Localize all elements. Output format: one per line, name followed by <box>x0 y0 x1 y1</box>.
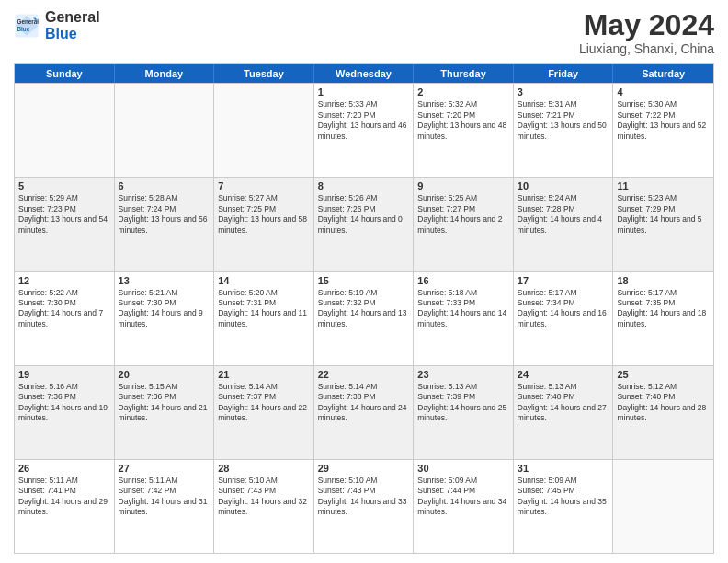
cell-info: Sunrise: 5:29 AMSunset: 7:23 PMDaylight:… <box>18 193 110 236</box>
cal-cell: 21Sunrise: 5:14 AMSunset: 7:37 PMDayligh… <box>214 366 314 459</box>
cell-info: Sunrise: 5:11 AMSunset: 7:41 PMDaylight:… <box>18 476 110 518</box>
title-block: May 2024 Liuxiang, Shanxi, China <box>579 9 714 56</box>
cell-info: Sunrise: 5:14 AMSunset: 7:37 PMDaylight:… <box>218 382 310 424</box>
day-number: 20 <box>119 369 210 380</box>
day-number: 10 <box>518 180 609 191</box>
cal-cell: 15Sunrise: 5:19 AMSunset: 7:32 PMDayligh… <box>314 272 415 365</box>
day-number: 23 <box>417 369 509 380</box>
calendar-body: 1Sunrise: 5:33 AMSunset: 7:20 PMDaylight… <box>15 83 713 553</box>
day-number: 31 <box>518 463 609 474</box>
day-number: 13 <box>119 275 210 286</box>
cell-info: Sunrise: 5:22 AMSunset: 7:30 PMDaylight:… <box>18 288 110 330</box>
day-number: 5 <box>18 180 110 191</box>
day-number: 17 <box>518 275 609 286</box>
cal-cell <box>115 84 215 177</box>
cell-info: Sunrise: 5:32 AMSunset: 7:20 PMDaylight:… <box>417 99 509 142</box>
day-number: 8 <box>318 180 410 191</box>
day-number: 25 <box>617 369 710 380</box>
cal-cell: 19Sunrise: 5:16 AMSunset: 7:36 PMDayligh… <box>15 366 115 459</box>
day-number: 1 <box>318 86 410 98</box>
cal-header-cell: Sunday <box>15 64 115 83</box>
day-number: 2 <box>417 86 509 98</box>
cell-info: Sunrise: 5:13 AMSunset: 7:39 PMDaylight:… <box>417 382 509 424</box>
cal-row: 12Sunrise: 5:22 AMSunset: 7:30 PMDayligh… <box>15 271 713 365</box>
cal-cell: 9Sunrise: 5:25 AMSunset: 7:27 PMDaylight… <box>414 178 514 270</box>
cal-cell: 6Sunrise: 5:28 AMSunset: 7:24 PMDaylight… <box>115 178 215 270</box>
day-number: 18 <box>617 275 710 286</box>
cal-cell: 8Sunrise: 5:26 AMSunset: 7:26 PMDaylight… <box>314 178 415 270</box>
calendar: SundayMondayTuesdayWednesdayThursdayFrid… <box>14 63 714 554</box>
cal-cell: 20Sunrise: 5:15 AMSunset: 7:36 PMDayligh… <box>115 366 215 459</box>
cal-cell: 26Sunrise: 5:11 AMSunset: 7:41 PMDayligh… <box>15 460 115 553</box>
day-number: 19 <box>18 369 110 380</box>
cell-info: Sunrise: 5:26 AMSunset: 7:26 PMDaylight:… <box>318 193 410 236</box>
cal-cell: 28Sunrise: 5:10 AMSunset: 7:43 PMDayligh… <box>214 460 314 553</box>
logo-text: General Blue <box>45 9 100 41</box>
day-number: 24 <box>518 369 609 380</box>
location-subtitle: Liuxiang, Shanxi, China <box>579 41 714 56</box>
cell-info: Sunrise: 5:11 AMSunset: 7:42 PMDaylight:… <box>119 476 210 518</box>
day-number: 27 <box>119 463 210 474</box>
day-number: 12 <box>18 275 110 286</box>
cell-info: Sunrise: 5:13 AMSunset: 7:40 PMDaylight:… <box>518 382 609 424</box>
cal-header-cell: Tuesday <box>214 64 314 83</box>
cal-cell: 29Sunrise: 5:10 AMSunset: 7:43 PMDayligh… <box>314 460 415 553</box>
day-number: 22 <box>318 369 410 380</box>
cal-cell <box>214 84 314 177</box>
day-number: 11 <box>617 180 710 191</box>
cal-cell: 2Sunrise: 5:32 AMSunset: 7:20 PMDaylight… <box>414 84 514 177</box>
cal-header-cell: Thursday <box>414 64 514 83</box>
cal-header-cell: Monday <box>115 64 215 83</box>
day-number: 9 <box>417 180 509 191</box>
cell-info: Sunrise: 5:33 AMSunset: 7:20 PMDaylight:… <box>318 99 410 142</box>
day-number: 15 <box>318 275 410 286</box>
cal-cell: 22Sunrise: 5:14 AMSunset: 7:38 PMDayligh… <box>314 366 415 459</box>
cell-info: Sunrise: 5:19 AMSunset: 7:32 PMDaylight:… <box>318 288 410 330</box>
cal-cell: 16Sunrise: 5:18 AMSunset: 7:33 PMDayligh… <box>414 272 514 365</box>
cell-info: Sunrise: 5:28 AMSunset: 7:24 PMDaylight:… <box>119 193 210 236</box>
logo-general: General <box>45 9 100 26</box>
cell-info: Sunrise: 5:31 AMSunset: 7:21 PMDaylight:… <box>518 99 609 142</box>
cal-cell: 7Sunrise: 5:27 AMSunset: 7:25 PMDaylight… <box>214 178 314 270</box>
cal-cell: 25Sunrise: 5:12 AMSunset: 7:40 PMDayligh… <box>613 366 713 459</box>
logo-blue: Blue <box>45 26 100 42</box>
day-number: 7 <box>218 180 310 191</box>
cal-cell: 30Sunrise: 5:09 AMSunset: 7:44 PMDayligh… <box>414 460 514 553</box>
day-number: 16 <box>417 275 509 286</box>
day-number: 14 <box>218 275 310 286</box>
cell-info: Sunrise: 5:09 AMSunset: 7:44 PMDaylight:… <box>417 476 509 518</box>
cell-info: Sunrise: 5:25 AMSunset: 7:27 PMDaylight:… <box>417 193 509 236</box>
cal-cell <box>613 460 713 553</box>
cal-header-cell: Saturday <box>613 64 713 83</box>
cell-info: Sunrise: 5:15 AMSunset: 7:36 PMDaylight:… <box>119 382 210 424</box>
header: General Blue General Blue May 2024 Liuxi… <box>14 9 714 56</box>
cal-cell: 13Sunrise: 5:21 AMSunset: 7:30 PMDayligh… <box>115 272 215 365</box>
cell-info: Sunrise: 5:21 AMSunset: 7:30 PMDaylight:… <box>119 288 210 330</box>
cal-cell: 17Sunrise: 5:17 AMSunset: 7:34 PMDayligh… <box>514 272 614 365</box>
cal-cell: 12Sunrise: 5:22 AMSunset: 7:30 PMDayligh… <box>15 272 115 365</box>
cell-info: Sunrise: 5:18 AMSunset: 7:33 PMDaylight:… <box>417 288 509 330</box>
cell-info: Sunrise: 5:17 AMSunset: 7:35 PMDaylight:… <box>617 288 710 330</box>
cal-cell: 5Sunrise: 5:29 AMSunset: 7:23 PMDaylight… <box>15 178 115 270</box>
cal-cell <box>15 84 115 177</box>
cal-cell: 23Sunrise: 5:13 AMSunset: 7:39 PMDayligh… <box>414 366 514 459</box>
cal-header-cell: Friday <box>514 64 614 83</box>
day-number: 6 <box>119 180 210 191</box>
cal-cell: 14Sunrise: 5:20 AMSunset: 7:31 PMDayligh… <box>214 272 314 365</box>
cal-cell: 24Sunrise: 5:13 AMSunset: 7:40 PMDayligh… <box>514 366 614 459</box>
day-number: 29 <box>318 463 410 474</box>
cal-cell: 4Sunrise: 5:30 AMSunset: 7:22 PMDaylight… <box>613 84 713 177</box>
cal-cell: 11Sunrise: 5:23 AMSunset: 7:29 PMDayligh… <box>613 178 713 270</box>
day-number: 26 <box>18 463 110 474</box>
cell-info: Sunrise: 5:10 AMSunset: 7:43 PMDaylight:… <box>218 476 310 518</box>
cell-info: Sunrise: 5:20 AMSunset: 7:31 PMDaylight:… <box>218 288 310 330</box>
cal-row: 5Sunrise: 5:29 AMSunset: 7:23 PMDaylight… <box>15 177 713 270</box>
cell-info: Sunrise: 5:27 AMSunset: 7:25 PMDaylight:… <box>218 193 310 236</box>
day-number: 3 <box>518 86 609 98</box>
cal-cell: 10Sunrise: 5:24 AMSunset: 7:28 PMDayligh… <box>514 178 614 270</box>
day-number: 28 <box>218 463 310 474</box>
cell-info: Sunrise: 5:16 AMSunset: 7:36 PMDaylight:… <box>18 382 110 424</box>
logo-icon: General Blue <box>14 13 40 39</box>
day-number: 30 <box>417 463 509 474</box>
cell-info: Sunrise: 5:14 AMSunset: 7:38 PMDaylight:… <box>318 382 410 424</box>
